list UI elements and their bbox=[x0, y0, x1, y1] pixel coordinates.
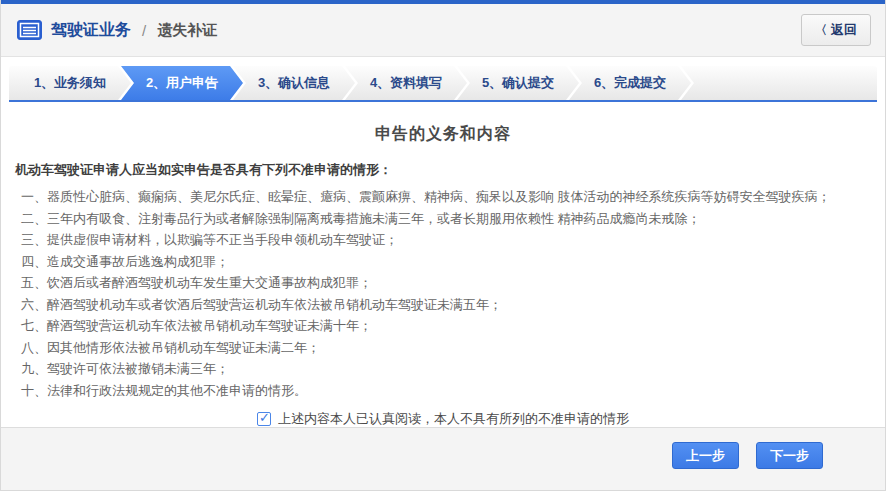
steps-bar: 1、业务须知 2、用户申告 3、确认信息 4、资料填写 5、确认提交 6、完成提… bbox=[9, 66, 877, 102]
list-item: 五、饮酒后或者醉酒驾驶机动车发生重大交通事故构成犯罪； bbox=[21, 272, 885, 294]
next-step-button[interactable]: 下一步 bbox=[756, 442, 823, 469]
service-title: 驾驶证业务 bbox=[51, 20, 131, 41]
back-button-label: 返回 bbox=[831, 21, 857, 39]
conditions-list: 一、器质性心脏病、癫痫病、美尼尔氏症、眩晕症、癔病、震颤麻痹、精神病、痴呆以及影… bbox=[1, 186, 885, 401]
breadcrumb-current: 遗失补证 bbox=[157, 21, 217, 40]
list-item: 九、驾驶许可依法被撤销未满三年； bbox=[21, 358, 885, 380]
list-item: 四、造成交通事故后逃逸构成犯罪； bbox=[21, 251, 885, 273]
step-6-complete-submit[interactable]: 6、完成提交 bbox=[569, 66, 691, 100]
step-4-fill-materials[interactable]: 4、资料填写 bbox=[345, 66, 467, 100]
intro-text: 机动车驾驶证申请人应当如实申告是否具有下列不准申请的情形： bbox=[15, 161, 871, 179]
footer-bar: 上一步 下一步 bbox=[1, 427, 885, 490]
list-item: 三、提供虚假申请材料，以欺骗等不正当手段申领机动车驾驶证； bbox=[21, 229, 885, 251]
agreement-row: 上述内容本人已认真阅读，本人不具有所列的不准申请的情形 bbox=[1, 410, 885, 427]
back-button[interactable]: 〈 返回 bbox=[801, 14, 871, 46]
list-item: 一、器质性心脏病、癫痫病、美尼尔氏症、眩晕症、癔病、震颤麻痹、精神病、痴呆以及影… bbox=[21, 186, 885, 208]
back-chevron-icon: 〈 bbox=[815, 22, 827, 39]
license-service-panel: 驾驶证业务 / 遗失补证 〈 返回 1、业务须知 2、用户申告 3、确认信息 4… bbox=[0, 0, 886, 491]
header: 驾驶证业务 / 遗失补证 〈 返回 bbox=[1, 4, 885, 57]
prev-step-button[interactable]: 上一步 bbox=[672, 442, 739, 469]
breadcrumb: 驾驶证业务 / 遗失补证 bbox=[17, 20, 217, 41]
list-item: 二、三年内有吸食、注射毒品行为或者解除强制隔离戒毒措施未满三年，或者长期服用依赖… bbox=[21, 208, 885, 230]
breadcrumb-separator: / bbox=[142, 22, 146, 39]
list-item: 七、醉酒驾驶营运机动车依法被吊销机动车驾驶证未满十年； bbox=[21, 315, 885, 337]
step-5-confirm-submit[interactable]: 5、确认提交 bbox=[457, 66, 579, 100]
card-list-icon bbox=[17, 20, 42, 40]
step-3-confirm-info[interactable]: 3、确认信息 bbox=[233, 66, 355, 100]
list-item: 八、因其他情形依法被吊销机动车驾驶证未满二年； bbox=[21, 337, 885, 359]
list-item: 十、法律和行政法规规定的其他不准申请的情形。 bbox=[21, 380, 885, 402]
step-1-business-notice[interactable]: 1、业务须知 bbox=[9, 66, 131, 100]
content-area: 申告的义务和内容 机动车驾驶证申请人应当如实申告是否具有下列不准申请的情形： 一… bbox=[1, 102, 885, 427]
agreement-label: 上述内容本人已认真阅读，本人不具有所列的不准申请的情形 bbox=[278, 410, 629, 427]
steps-filler bbox=[681, 66, 877, 100]
agreement-checkbox[interactable] bbox=[257, 412, 271, 426]
list-item: 六、醉酒驾驶机动车或者饮酒后驾驶营运机动车依法被吊销机动车驾驶证未满五年； bbox=[21, 294, 885, 316]
page-title: 申告的义务和内容 bbox=[1, 124, 885, 145]
step-2-user-declaration[interactable]: 2、用户申告 bbox=[121, 66, 243, 100]
